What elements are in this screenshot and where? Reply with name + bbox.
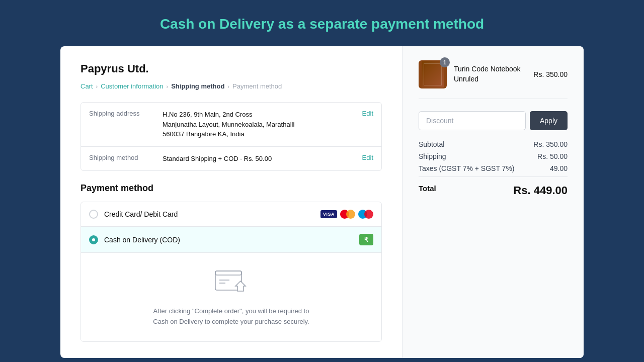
cod-description: After clicking "Complete order", you wil… — [146, 306, 317, 327]
discount-input[interactable] — [419, 111, 526, 130]
product-price: Rs. 350.00 — [533, 70, 568, 78]
shipping-value: Rs. 50.00 — [537, 152, 568, 160]
breadcrumb: Cart › Customer information › Shipping m… — [80, 82, 382, 90]
right-panel: 1 Turin Code Notebook Unruled Rs. 350.00… — [403, 46, 584, 358]
apply-button[interactable]: Apply — [530, 111, 568, 130]
cod-radio[interactable] — [89, 235, 98, 244]
cod-option[interactable]: Cash on Delivery (COD) ₹ — [81, 226, 381, 252]
checkout-container: Papyrus Utd. Cart › Customer information… — [60, 46, 584, 358]
product-info: Turin Code Notebook Unruled — [454, 64, 526, 84]
mastercard-icon — [340, 209, 355, 219]
product-quantity-badge: 1 — [440, 57, 450, 67]
shipping-address-label: Shipping address — [89, 110, 154, 117]
payment-section-title: Payment method — [80, 183, 382, 194]
breadcrumb-sep2: › — [167, 83, 169, 89]
breadcrumb-sep1: › — [96, 83, 98, 89]
credit-card-label: Credit Card/ Debit Card — [104, 210, 314, 218]
info-box: Shipping address H.No 236, 9th Main, 2nd… — [80, 102, 382, 171]
cod-label: Cash on Delivery (COD) — [104, 236, 353, 244]
taxes-row: Taxes (CGST 7% + SGST 7%) 49.00 — [419, 164, 568, 172]
product-row: 1 Turin Code Notebook Unruled Rs. 350.00 — [419, 60, 568, 99]
summary-rows: Subtotal Rs. 350.00 Shipping Rs. 50.00 T… — [419, 140, 568, 197]
page-title: Cash on Delivery as a separate payment m… — [150, 0, 494, 46]
left-panel: Papyrus Utd. Cart › Customer information… — [60, 46, 403, 358]
cod-detail-box: After clicking "Complete order", you wil… — [81, 252, 381, 341]
shipping-address-row: Shipping address H.No 236, 9th Main, 2nd… — [81, 103, 381, 146]
breadcrumb-payment: Payment method — [232, 82, 282, 90]
shipping-method-row: Shipping method Standard Shipping + COD … — [81, 146, 381, 171]
shipping-row: Shipping Rs. 50.00 — [419, 152, 568, 160]
cod-illustration-icon — [211, 267, 252, 299]
shipping-method-label: Shipping method — [89, 154, 154, 161]
breadcrumb-customer-info[interactable]: Customer information — [101, 82, 163, 90]
total-label: Total — [419, 184, 436, 197]
maestro-icon — [358, 209, 373, 219]
brand-name: Papyrus Utd. — [80, 62, 382, 75]
total-amount: Rs. 449.00 — [513, 184, 568, 197]
shipping-address-edit[interactable]: Edit — [362, 110, 373, 117]
product-name: Turin Code Notebook Unruled — [454, 64, 526, 84]
shipping-address-value: H.No 236, 9th Main, 2nd Cross Manjunatha… — [163, 110, 354, 139]
shipping-method-edit[interactable]: Edit — [362, 154, 373, 161]
credit-card-option[interactable]: Credit Card/ Debit Card VISA — [81, 202, 381, 226]
shipping-method-value: Standard Shipping + COD · Rs. 50.00 — [163, 154, 354, 164]
credit-card-radio[interactable] — [89, 210, 98, 219]
discount-row: Apply — [419, 111, 568, 130]
shipping-label: Shipping — [419, 152, 446, 160]
subtotal-label: Subtotal — [419, 140, 444, 148]
total-row: Total Rs. 449.00 — [419, 176, 568, 197]
subtotal-row: Subtotal Rs. 350.00 — [419, 140, 568, 148]
breadcrumb-cart[interactable]: Cart — [80, 82, 93, 90]
product-image-wrapper: 1 — [419, 60, 447, 88]
breadcrumb-shipping: Shipping method — [171, 82, 224, 90]
breadcrumb-sep3: › — [227, 83, 229, 89]
taxes-value: 49.00 — [550, 164, 568, 172]
payment-options: Credit Card/ Debit Card VISA Cash on D — [80, 202, 382, 342]
taxes-label: Taxes (CGST 7% + SGST 7%) — [419, 164, 515, 172]
rupee-icon: ₹ — [359, 234, 373, 245]
visa-icon: VISA — [320, 210, 337, 218]
subtotal-value: Rs. 350.00 — [533, 140, 568, 148]
card-icons: VISA — [320, 209, 373, 219]
